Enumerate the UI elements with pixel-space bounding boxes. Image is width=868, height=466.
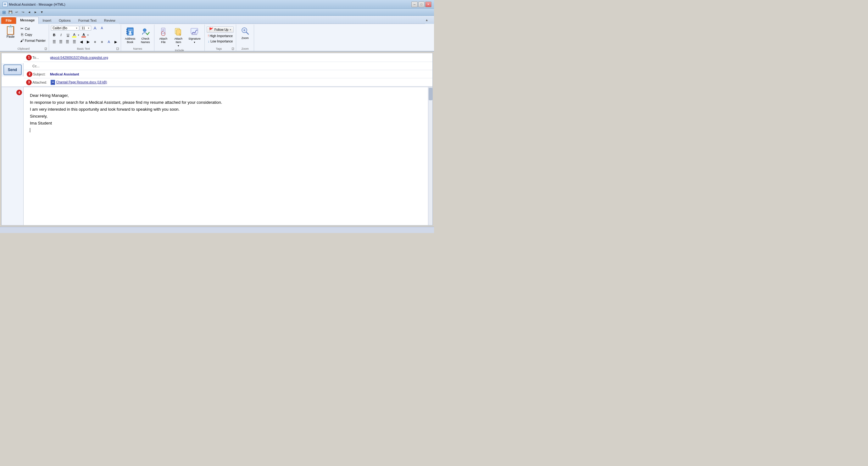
tab-format-text[interactable]: Format Text <box>74 17 100 24</box>
ribbon-minimize-button[interactable]: ▲ <box>425 18 432 22</box>
quick-toolbar-dropdown[interactable]: ▼ <box>39 9 45 15</box>
follow-up-button[interactable]: 🚩 Follow Up ▼ <box>207 26 234 33</box>
cut-label: Cut <box>25 27 30 31</box>
subject-value[interactable]: Medical Assistant <box>49 72 432 77</box>
font-family-arrow: ▼ <box>75 27 78 29</box>
badge-1: 1 <box>26 55 32 60</box>
tab-review[interactable]: Review <box>100 17 119 24</box>
tab-options[interactable]: Options <box>55 17 74 24</box>
font-family-combo[interactable]: Calibri (Bo ▼ <box>51 26 79 31</box>
paste-button[interactable]: 📋 Paste <box>3 25 18 39</box>
high-importance-button[interactable]: ! High Importance <box>207 34 234 38</box>
highlight-button[interactable]: A <box>72 32 77 38</box>
attach-item-button[interactable]: Attach Item ▼ <box>172 25 185 48</box>
to-value[interactable]: gkpcd-5429091537@job.craigslist.org <box>49 55 432 60</box>
zoom-button[interactable]: Zoom <box>238 25 252 41</box>
increase-indent-button[interactable]: ▶ <box>85 39 91 45</box>
attachment-chip[interactable]: W Chantail Page Resume.docx (18 kB) <box>51 80 431 85</box>
to-label[interactable]: 1 To... <box>24 55 49 60</box>
tags-group-label: Tags <box>207 46 231 51</box>
tab-message[interactable]: Message <box>16 17 39 24</box>
save-quick-button[interactable]: 💾 <box>7 9 13 15</box>
align-left-button[interactable]: ☰ <box>51 39 57 45</box>
back-quick-button[interactable]: ◄ <box>26 9 32 15</box>
font-color-button[interactable]: A <box>81 32 86 38</box>
undo-quick-button[interactable]: ↩ <box>14 9 20 15</box>
font-color-bar <box>82 36 86 37</box>
body-line-1: Dear Hiring Manager, <box>30 92 422 99</box>
clipboard-expand-button[interactable]: ↗ <box>45 48 47 50</box>
bold-button[interactable]: B <box>51 32 57 38</box>
title-bar-left: ✉ Medical Assistant - Message (HTML) <box>2 2 65 7</box>
basic-text-expand-button[interactable]: ↗ <box>116 48 119 50</box>
font-size-arrow: ▼ <box>87 27 90 29</box>
ribbon-filler <box>254 25 433 51</box>
align-right-button[interactable]: ☰ <box>64 39 70 45</box>
flag-icon: 🚩 <box>209 27 214 32</box>
shrink-font-button[interactable]: A <box>99 25 105 31</box>
highlight-dropdown[interactable]: ▼ <box>78 34 80 36</box>
format-painter-icon: 🖌 <box>20 38 24 43</box>
signature-button[interactable]: Signature ▼ <box>186 25 203 45</box>
badge-4: 4 <box>17 90 22 95</box>
ribbon-group-tags: 🚩 Follow Up ▼ ! High Importance ↓ Low Im… <box>205 25 237 51</box>
cc-label[interactable]: Cc... <box>24 64 49 68</box>
address-book-label: Address Book <box>125 37 135 44</box>
numbering-button[interactable]: ≡ <box>99 39 105 45</box>
signature-label: Signature <box>188 37 200 40</box>
styles-button[interactable]: A <box>106 39 112 45</box>
format-painter-button[interactable]: 🖌 Format Painter <box>19 38 47 43</box>
zoom-label: Zoom <box>242 36 249 40</box>
redo-quick-button[interactable]: ↪ <box>20 9 26 15</box>
decrease-indent-button[interactable]: ◀ <box>78 39 84 45</box>
low-importance-button[interactable]: ↓ Low Importance <box>207 39 234 43</box>
names-group-label: Names <box>123 46 152 51</box>
bullets-button[interactable]: ≡ <box>92 39 98 45</box>
font-size-combo[interactable]: 11 ▼ <box>80 26 91 31</box>
signature-dropdown: ▼ <box>193 41 196 43</box>
justify-button[interactable]: ☰ <box>71 39 78 45</box>
subject-field-row: 2 Subject: Medical Assistant <box>24 70 432 78</box>
text-cursor <box>30 128 30 132</box>
app-logo-button[interactable]: ⊞ <box>1 9 7 15</box>
send-button[interactable]: Send <box>3 64 22 75</box>
address-book-button[interactable]: Address Book <box>123 25 137 45</box>
ribbon-group-clipboard: 📋 Paste ✂ Cut ⎘ Copy 🖌 Format Painter <box>1 25 49 51</box>
email-body[interactable]: Dear Hiring Manager, In response to your… <box>24 87 428 225</box>
send-panel: Send <box>2 63 24 76</box>
tab-file[interactable]: File <box>1 17 16 24</box>
title-bar: ✉ Medical Assistant - Message (HTML) ─ □… <box>0 0 434 9</box>
badge-2: 2 <box>27 71 32 77</box>
minimize-button[interactable]: ─ <box>411 2 417 7</box>
clipboard-group-label: Clipboard <box>3 46 44 51</box>
email-body-container: 4 Dear Hiring Manager, In response to yo… <box>2 87 432 225</box>
font-color-dropdown[interactable]: ▼ <box>87 34 89 36</box>
copy-button[interactable]: ⎘ Copy <box>19 32 47 37</box>
cut-icon: ✂ <box>20 26 24 31</box>
window-title: Medical Assistant - Message (HTML) <box>9 2 65 6</box>
restore-button[interactable]: □ <box>418 2 425 7</box>
cc-input[interactable] <box>49 65 432 67</box>
paste-icon: 📋 <box>5 26 16 35</box>
underline-button[interactable]: U <box>65 32 71 38</box>
grow-font-button[interactable]: A <box>92 25 98 31</box>
basic-text-group-label: Basic Text <box>51 46 116 51</box>
increase-block-button[interactable]: ▶ <box>113 39 119 45</box>
forward-quick-button[interactable]: ► <box>33 9 38 15</box>
attached-file-icon: W <box>51 80 55 85</box>
check-names-button[interactable]: Check Names <box>138 25 152 45</box>
to-field-row: 1 To... gkpcd-5429091537@job.craigslist.… <box>24 53 432 62</box>
attach-file-button[interactable]: Attach File <box>156 25 170 45</box>
svg-rect-3 <box>126 33 128 34</box>
tags-expand-button[interactable]: ↗ <box>232 48 234 50</box>
tab-insert[interactable]: Insert <box>39 17 55 24</box>
italic-button[interactable]: I <box>58 32 64 38</box>
cut-button[interactable]: ✂ Cut <box>19 26 47 31</box>
scrollbar-track[interactable] <box>428 87 432 225</box>
scrollbar-thumb[interactable] <box>429 88 432 100</box>
align-center-button[interactable]: ☰ <box>58 39 64 45</box>
to-address-link[interactable]: gkpcd-5429091537@job.craigslist.org <box>50 56 108 59</box>
close-button[interactable]: ✕ <box>425 2 432 7</box>
email-area: Send 1 To... gkpcd-5429091537@job.craigs… <box>0 52 434 233</box>
ribbon-group-names: Address Book Check Names Names <box>121 25 154 51</box>
